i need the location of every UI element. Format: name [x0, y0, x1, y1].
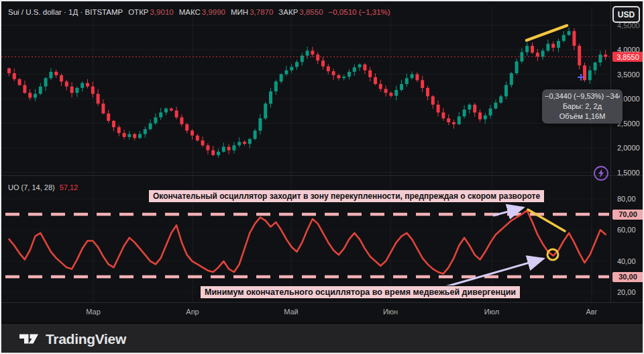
price-axis-label: 1,5000 [617, 169, 640, 177]
symbol-header: Sui / U.S. dollar · 1Д · BITSTAMP ОТКР3,… [8, 7, 390, 17]
annotation-overbought[interactable]: Окончательный осциллятор заходит в зону … [148, 189, 545, 203]
tooltip-bars-line: Бары: 2, 2д [545, 101, 620, 112]
uo-band-tag: 30,00 [612, 272, 643, 282]
time-axis-month-label: Апр [186, 308, 199, 316]
uo-axis-label: 40,00 [617, 257, 636, 265]
uo-axis-label: 60,00 [617, 226, 636, 234]
indicator-legend[interactable]: UO (7, 14, 28) 57,12 [8, 183, 78, 191]
ohlc-close: ЗАКР3,8550 [278, 8, 323, 16]
ohlc-open: ОТКР3,9010 [128, 8, 174, 16]
price-axis[interactable]: 3,8550 4,50004,00003,50003,00002,50002,0… [610, 1, 644, 302]
tradingview-chart-window: Sui / U.S. dollar · 1Д · BITSTAMP ОТКР3,… [0, 0, 644, 354]
ohlc-high: МАКС3,9990 [179, 8, 225, 16]
time-axis-month-label: Май [284, 308, 299, 316]
time-axis[interactable]: МарАпрМайИюнИюлАвг [1, 302, 644, 323]
boost-button[interactable] [593, 165, 609, 181]
price-change: −0,0510 (−1,31%) [329, 8, 390, 16]
chart-canvas[interactable] [1, 1, 644, 322]
symbol-title[interactable]: Sui / U.S. dollar · 1Д · BITSTAMP [8, 8, 123, 16]
indicator-value: 57,12 [60, 183, 78, 191]
price-axis-label: 3,5000 [617, 71, 640, 79]
time-axis-month-label: Авг [586, 308, 597, 316]
tooltip-volume-line: Объём 1,16М [545, 112, 620, 122]
annotation-divergence-low[interactable]: Минимум окончательного осциллятора во вр… [200, 285, 521, 299]
time-axis-month-label: Июн [383, 308, 398, 316]
price-axis-label: 4,0000 [617, 46, 640, 54]
footer-bar: TradingView [1, 322, 644, 354]
uo-axis-label: 20,00 [617, 288, 636, 296]
tradingview-brand-text[interactable]: TradingView [46, 331, 126, 347]
price-axis-label: 4,5000 [617, 21, 640, 30]
time-axis-month-label: Июл [484, 308, 499, 316]
uo-axis-label: 80,00 [617, 195, 636, 203]
price-axis-label: 2,0000 [617, 144, 640, 152]
measure-tooltip: −0,3440 (−9,53%) −344 Бары: 2, 2д Объём … [542, 89, 623, 124]
time-axis-month-label: Мар [86, 308, 101, 316]
lightning-icon [593, 165, 609, 181]
tooltip-change-line: −0,3440 (−9,53%) −344 [545, 91, 620, 101]
uo-band-tag: 70,00 [612, 210, 643, 220]
ohlc-low: МИН3,7870 [231, 8, 273, 16]
tradingview-logo-icon[interactable] [19, 333, 39, 346]
indicator-name: UO (7, 14, 28) [8, 183, 55, 191]
